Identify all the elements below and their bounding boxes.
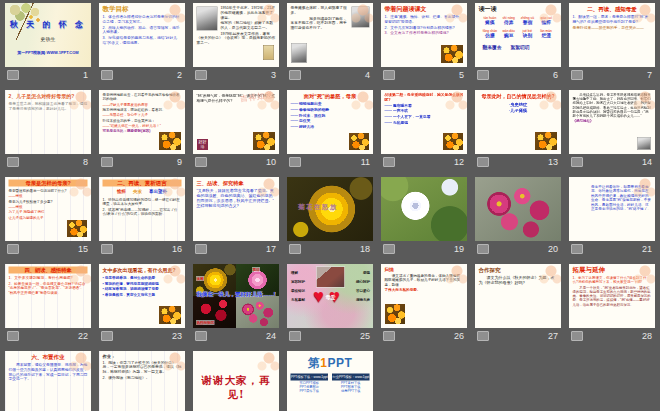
slide-thumbnail[interactable]: 母亲此时，自己的情况是怎样的?·身患绝症·儿子瘫痪	[475, 90, 561, 154]
slide-footer: 16	[99, 241, 185, 263]
slide-thumbnail[interactable]: 二、再读、赏析语言憔悴央求喜出望外1、请找出你觉得写得好的词句，想一想它们好在哪…	[99, 177, 185, 241]
slide-state-icon[interactable]	[571, 157, 583, 167]
slide-state-icon[interactable]	[195, 331, 207, 341]
slide-state-icon[interactable]	[289, 70, 301, 80]
slide-thumbnail[interactable]: 母亲悄悄地躲出去，在我看不见的地方偷偷地听着我的动静。——理解儿子需要发泄的痛苦…	[99, 90, 185, 154]
slide-thumbnail[interactable]: 秋 天 的 怀 念史铁生第一PPT模板网:WWW.1PPT.COM	[5, 3, 91, 67]
slide-content: 读一读tān huàn瘫痪shì nòng侍弄zhěng sù整宿qiáo cu…	[475, 3, 561, 67]
site-link[interactable]: PPT课件下载	[291, 389, 329, 393]
slide-number: 17	[266, 244, 276, 254]
slide-thumbnail[interactable]: 拓展与延伸1、学习了这篇课文，你读懂了什么?体会到了什么?请把你的感受写下来，和…	[569, 264, 655, 328]
slide-state-icon[interactable]	[383, 157, 395, 167]
slide-thumbnail[interactable]	[381, 177, 467, 241]
slide-thumbnail[interactable]: 作业：1、阅读：你学习了史铁生的《秋天的怀念》后，一定有很多话想对自己的母亲说，…	[99, 351, 185, 411]
slide-state-icon[interactable]	[7, 331, 19, 341]
slide-text-line: “又是秋天，妹妹推着我去北海看了菊花。黄色的花淡雅、白色的花高洁、紫红色的花热烈…	[197, 189, 276, 209]
slide-state-icon[interactable]	[101, 331, 113, 341]
slide-state-icon[interactable]	[7, 70, 19, 80]
slide-state-icon[interactable]	[383, 331, 395, 341]
slide-cell: 六、布置作业 周末回家，请给父母捶捶背、洗洗脚，为他们做一些力所能及的事；认真观…	[5, 351, 91, 411]
slide-state-icon[interactable]	[195, 70, 207, 80]
slide-text-line: “我”发脾气时，母亲抚慰“我”。课文中的“我”，性格脾气是什么样子的?	[197, 94, 276, 103]
site-link[interactable]: 优秀PPT下载	[332, 389, 370, 393]
slide-thumbnail[interactable]: 2、儿子是怎么对待好母亲的?母亲去世之后，我和妹妹去北海看了菊花，懂得了母亲没有…	[5, 90, 91, 154]
slide-state-icon[interactable]	[477, 157, 489, 167]
slide-state-icon[interactable]	[571, 70, 583, 80]
slide-thumbnail[interactable]: 吉祥如意 “我”发脾气时，母亲抚慰“我”。课文中的“我”，性格脾气是什么样子的?…	[193, 90, 279, 154]
slide-title: 读一读	[479, 6, 558, 13]
slide-thumbnail[interactable]: 四、朗读、感悟特象1、文中多次提到菊花，有什么用意呢?2、如果去掉第一段，你觉得…	[5, 264, 91, 328]
slide-thumbnail[interactable]: 合作探究 课文为什么以《秋天的怀念》为题，改为《怀念我的母亲》好吗?	[475, 264, 561, 328]
slide-thumbnail[interactable]: 归纳 课文讲述了重病缠身的母亲，体贴入微地照顾双腿瘫痪的儿子，鼓励儿子好好儿活下…	[381, 264, 467, 328]
slide-state-icon[interactable]	[195, 244, 207, 254]
slide-state-icon[interactable]	[289, 157, 301, 167]
slide-content: 带着问题读课文1、注意“瘫痪、憔悴、诀别、烂漫、喜出望外、絮絮叨叨”等词语。2、…	[381, 3, 467, 67]
flower-photo	[67, 220, 87, 237]
slide-state-icon[interactable]	[571, 244, 583, 254]
slide-number: 28	[642, 331, 652, 341]
slide-text-line: 后来妹妹告诉我，母亲常常肝疼得整宿整宿翻来覆去地睡不了觉。她出去了，就再也没回来…	[573, 93, 652, 119]
slide-state-icon[interactable]	[289, 244, 301, 254]
slide-state-icon[interactable]	[571, 331, 583, 341]
slide-thumbnail[interactable]: 母亲是怎样的母亲?母亲昏迷前的最后一句话说明了什么?——悔恨母亲为儿子默默做了多…	[5, 177, 91, 241]
slide-state-icon[interactable]	[101, 70, 113, 80]
slide-thumbnail[interactable]: 文中多次出现看花，有什么用意?• 母亲带我看花，是对生命的热爱• 菊花的烂漫，寄…	[99, 264, 185, 328]
slide-thumbnail[interactable]	[475, 177, 561, 241]
slide-content: 谢谢大家，再见!	[193, 351, 279, 411]
slide-title: 拓展与延伸	[573, 267, 652, 274]
slide-thumbnail[interactable]: 母亲瘫痪在床时，把人都熬瘦了很多。 她多病缠身到了晚年，常常不能工作，吃不到东西…	[287, 3, 373, 67]
link-banner[interactable]: 行业PPT模板：www.1ppt.com/hangye/	[332, 374, 370, 381]
slide-content: 文中多次出现看花，有什么用意?• 母亲带我看花，是对生命的热爱• 菊花的烂漫，寄…	[99, 264, 185, 328]
slide-footer: 26	[381, 328, 467, 350]
mindmap-label: 细心呵护	[356, 279, 370, 284]
slide-content: 拓展与延伸1、学习了这篇课文，你读懂了什么?体会到了什么?请把你的感受写下来，和…	[569, 264, 655, 328]
slide-number: 1	[83, 70, 88, 80]
slide-thumbnail[interactable]: 我俩在一块儿，要好好儿活……!淡雅高洁热烈而深沉	[193, 264, 279, 328]
slide-state-icon[interactable]	[477, 70, 489, 80]
slide-thumbnail[interactable]: 面对“死”的暴怒，母亲—— 悄悄地躲出去—— 偷偷地听我的动静—— 扑过来，抓住…	[287, 90, 373, 154]
slide-thumbnail[interactable]: 读一读tān huàn瘫痪shì nòng侍弄zhěng sù整宿qiáo cu…	[475, 3, 561, 67]
slide-content	[475, 177, 561, 241]
slide-thumbnail[interactable]: 品读第二段：母亲重病缠身时，她又是怎么做的呢?—— 整宿睡不着—— 一声不吭——…	[381, 90, 467, 154]
slide-state-icon[interactable]	[101, 157, 113, 167]
slide-thumbnail[interactable]: 第1PPTPPT模板下载：www.1ppt.com/moban/节日PPT模板P…	[287, 351, 373, 411]
slide-text-line: 母亲扑过来——抓住我的手，忍住哭声——	[573, 25, 652, 30]
flower-photo	[159, 306, 181, 324]
site-logo-part: PPT	[327, 356, 352, 370]
slide-state-icon[interactable]	[383, 244, 395, 254]
slide-state-icon[interactable]	[7, 157, 19, 167]
slide-state-icon[interactable]	[289, 331, 301, 341]
vocabulary-word: làn màn烂漫	[537, 29, 556, 39]
slide-text-line: 品读第二段：母亲重病缠身时，她又是怎么做的呢?	[385, 93, 464, 102]
slide-thumbnail[interactable]: 二、再读、感知母爱1、默读第一段，思考：母亲是怎样面对“我”发脾气的? 你从哪些…	[569, 3, 655, 67]
slide-thumbnail[interactable]: 1951年生于北京。1972年，21岁的他双腿瘫痪，从此永远离开了课堂。他写的《…	[193, 3, 279, 67]
slide-state-icon[interactable]	[7, 244, 19, 254]
flower-photo	[236, 296, 279, 328]
slide-text-line: 课文讲述了重病缠身的母亲，体贴入微地照顾双腿瘫痪的儿子，鼓励儿子好好儿活下去的故…	[385, 273, 464, 287]
slide-state-icon[interactable]	[101, 244, 113, 254]
link-banner[interactable]: PPT模板下载：www.1ppt.com/moban/	[291, 374, 329, 381]
slide-content: 三、品读、探究特象“又是秋天，妹妹推着我去北海看了菊花。黄色的花淡雅、白色的花高…	[193, 177, 279, 241]
slide-footer: 19	[381, 241, 467, 263]
slide-thumbnail[interactable]: 后来妹妹告诉我，母亲常常肝疼得整宿整宿翻来覆去地睡不了觉。她出去了，就再也没回来…	[569, 90, 655, 154]
slide-thumbnail[interactable]: 谢谢大家，再见!	[193, 351, 279, 411]
slide-thumbnail[interactable]: 母亲不让我看落叶，却要带我去看菊花。落叶象征凋零与感伤，而菊花在秋风中开得烂漫，…	[569, 177, 655, 241]
slide-cell: 母亲瘫痪在床时，把人都熬瘦了很多。 她多病缠身到了晚年，常常不能工作，吃不到东西…	[287, 3, 373, 89]
slide-thumbnail[interactable]: 教学目标1、体会作者怎样透过怀念表达对母亲深切的怀念之情，学习本文写法。2、品味…	[99, 3, 185, 67]
link-columns: PPT模板下载：www.1ppt.com/moban/节日PPT模板PPT背景图…	[291, 374, 370, 394]
slide-thumbnail[interactable]: 三、品读、探究特象“又是秋天，妹妹推着我去北海看了菊花。黄色的花淡雅、白色的花高…	[193, 177, 279, 241]
slide-content: 六、布置作业 周末回家，请给父母捶捶背、洗洗脚，为他们做一些力所能及的事；认真观…	[5, 351, 91, 411]
slide-state-icon[interactable]	[477, 244, 489, 254]
slide-text-line: —— 扑过来，抓住我	[291, 113, 370, 118]
slide-thumbnail[interactable]: 带着问题读课文1、注意“瘫痪、憔悴、诀别、烂漫、喜出望外、絮絮叨叨”等词语。2、…	[381, 3, 467, 67]
slide-state-icon[interactable]	[477, 331, 489, 341]
slide-thumbnail[interactable]: 六、布置作业 周末回家，请给父母捶捶背、洗洗脚，为他们做一些力所能及的事；认真观…	[5, 351, 91, 411]
slide-state-icon[interactable]	[383, 70, 395, 80]
slide-text-line: ——悔恨	[9, 205, 88, 209]
slide-state-icon[interactable]	[195, 157, 207, 167]
slide-thumbnail[interactable]: 菊花在怒放	[287, 177, 373, 241]
slide-text-line: 1、阅读：你学习了史铁生的《秋天的怀念》后，一定有很多话想对自己的母亲说，请以《…	[103, 360, 182, 374]
slide-thumbnail[interactable]: ♥♥母爱理解宽容呵护牵挂惦记无私奉献坚强细心呵护苦口婆心润物无声	[287, 264, 373, 328]
slide-content: 母亲瘫痪在床时，把人都熬瘦了很多。 她多病缠身到了晚年，常常不能工作，吃不到东西…	[287, 3, 373, 67]
slide-footer: 27	[475, 328, 561, 350]
